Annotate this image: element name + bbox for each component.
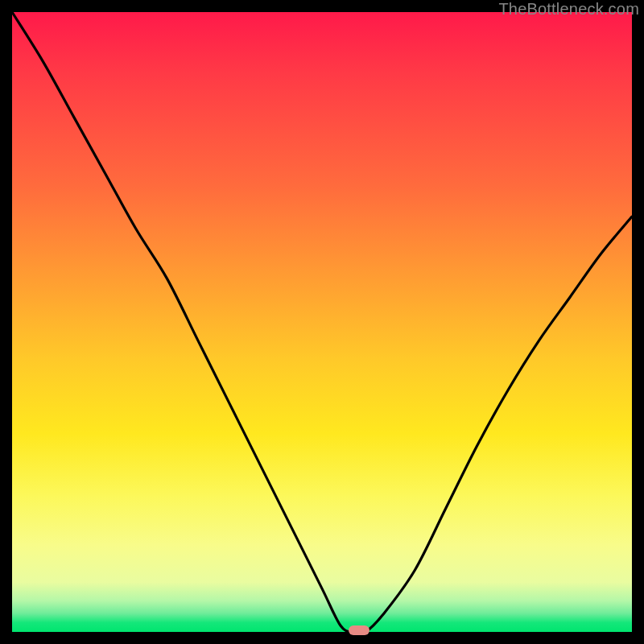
- chart-frame: TheBottleneck.com: [0, 0, 644, 644]
- chart-plot-area: [12, 12, 632, 632]
- bottleneck-curve: [12, 12, 632, 632]
- optimal-point-marker: [349, 625, 369, 635]
